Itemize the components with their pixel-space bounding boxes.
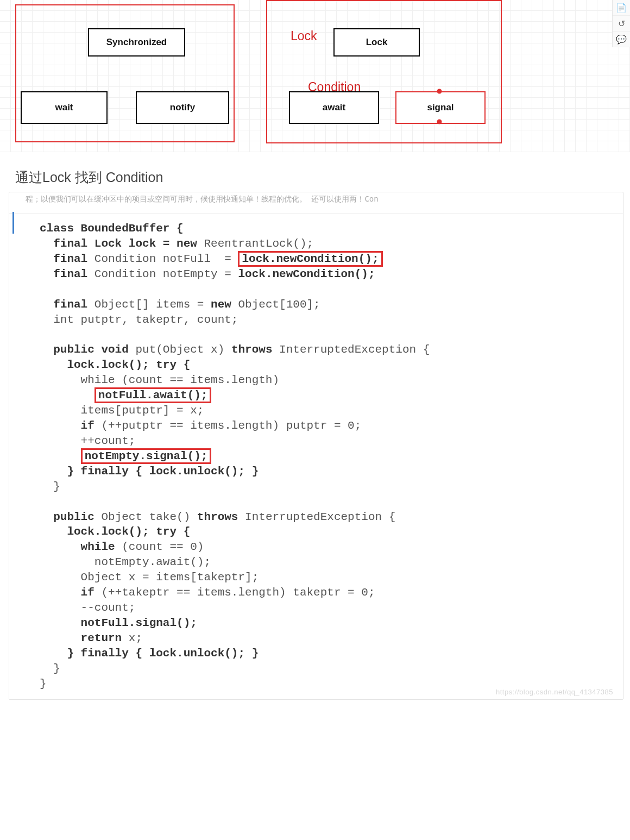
lock-node: Lock [333,28,420,57]
code-block: 程；以便我们可以在缓冲区中的项目或空间可用时，候使用快通知单！线程的优化。 还可… [9,192,623,700]
synchronized-node: Synchronized [88,28,185,57]
diagram-canvas: Synchronized wait notify Lock Lock Condi… [0,0,630,152]
wait-node: wait [21,91,108,124]
editor-toolbar: 📄 ↺ 💬 [612,0,630,47]
code-content: class BoundedBuffer { final Lock lock = … [9,214,623,699]
cursor-bar [12,212,14,234]
history-icon[interactable]: ↺ [613,16,630,32]
clipped-text-row: 程；以便我们可以在缓冲区中的项目或空间可用时，候使用快通知单！线程的优化。 还可… [9,192,623,214]
highlight-signal: notEmpty.signal(); [81,448,212,464]
lock-label: Lock [291,29,317,43]
watermark: https://blog.csdn.net/qq_41347385 [496,688,613,696]
comment-icon[interactable]: 💬 [613,32,630,47]
new-file-icon[interactable]: 📄 [613,0,630,16]
highlight-newcondition: lock.newCondition(); [238,251,382,267]
selection-handle-icon[interactable] [437,89,442,94]
await-node: await [289,91,379,124]
selection-handle-icon[interactable] [437,120,442,124]
highlight-await: notFull.await(); [94,387,212,403]
notify-node: notify [136,91,229,124]
section-heading: 通过Lock 找到 Condition [0,152,630,192]
